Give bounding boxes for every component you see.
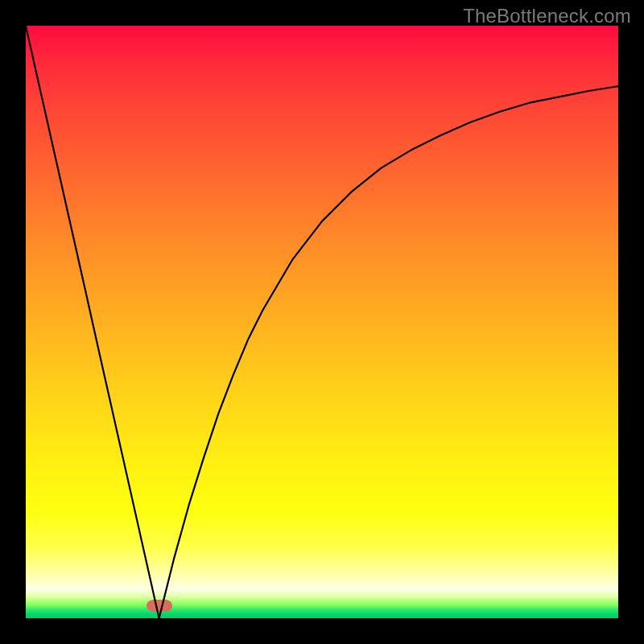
bottleneck-curve (26, 26, 618, 618)
watermark-text: TheBottleneck.com (463, 5, 631, 27)
chart-frame: TheBottleneck.com (0, 0, 644, 644)
